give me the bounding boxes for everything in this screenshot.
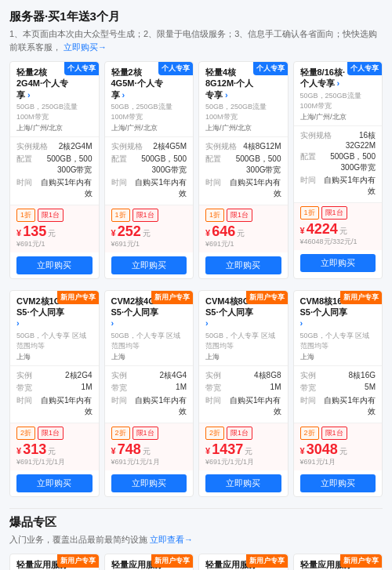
- card-region: 上海: [205, 352, 281, 362]
- price-section: 2折 限1台 ¥ 1437 元 ¥691元/1元/1月: [199, 423, 288, 470]
- section1-desc: 1、本页面由本次由大众型号生成；2、限量于电信级服务；3、信息手工确认各省面向；…: [9, 27, 383, 53]
- card-subtitle: 50GB，个人专享 区域范围均等: [16, 331, 93, 351]
- tag1: 2折: [300, 427, 319, 440]
- product-card: 新用户专享 CVM4核8G S5·个人同享 › 50GB，个人专享 区域范围均等…: [198, 290, 289, 497]
- tag1: 2折: [16, 427, 35, 440]
- price-unit: 元: [237, 228, 245, 239]
- spec-label: 实例: [16, 370, 38, 381]
- price-currency: ¥: [205, 228, 210, 238]
- tag1: 1折: [205, 209, 224, 222]
- buy-button[interactable]: 立即购买: [300, 254, 376, 272]
- card-region: 上海: [16, 352, 93, 362]
- card-badge: 个人专享: [347, 62, 382, 75]
- card-badge: 个人专享: [64, 62, 99, 75]
- card-badge: 新用户专享: [340, 291, 382, 304]
- bandwidth-value: 500GB，500 300G带宽: [38, 154, 93, 176]
- bandwidth-label: 配置: [205, 154, 227, 176]
- buy-button[interactable]: 立即购买: [16, 474, 93, 492]
- card-body: 实例规格 2核2G4M 配置 500GB，500 300G带宽 时间 自购买1年…: [10, 137, 99, 205]
- price-unit: 元: [339, 446, 347, 457]
- price-number: 1437: [212, 442, 243, 456]
- tag1: 1折: [16, 209, 35, 222]
- section1-link[interactable]: 立即购买→: [64, 42, 107, 52]
- product-card: 新用户专享 轻量应用服务器 2核2G › 适合中小企业 全国600Mbps加速5…: [9, 554, 100, 570]
- card-header: 新用户专享 轻量应用服务器 4核8G › 中小企业之选 全国600Mbps加速3…: [199, 554, 288, 570]
- price-original: ¥691元/1: [205, 239, 281, 249]
- explosion-desc: 入门业务，覆盖出品最前最简约设施 立即查看→: [9, 533, 383, 546]
- card-badge: 新用户专享: [151, 554, 193, 568]
- price-number: 748: [118, 442, 141, 456]
- product-card: 新用户专享 轻量应用服务器 2核4G › 适合中小企业 全国600Mbps加速5…: [104, 554, 194, 570]
- card-subtitle: 50GB，个人专享 区域范围均等: [205, 331, 281, 351]
- price-original: ¥691元/1: [111, 239, 187, 249]
- card-region: 上海: [111, 352, 187, 362]
- card-region: 上海: [300, 352, 376, 362]
- price-section: 2折 限1台 ¥ 313 元 ¥691元/1元/1月: [10, 423, 99, 470]
- card-header: 新用户专享 CVM4核8G S5·个人同享 › 50GB，个人专享 区域范围均等…: [199, 291, 288, 366]
- tag2: 限1台: [132, 209, 158, 222]
- price-number: 313: [23, 442, 46, 456]
- price-original: ¥691元/1: [16, 239, 93, 249]
- explosion-link[interactable]: 立即查看→: [150, 535, 193, 544]
- price-section: 1折 限1台 ¥ 252 元 ¥691元/1: [105, 205, 194, 252]
- spec-label: 实例规格: [111, 141, 143, 152]
- bandwidth-label: 配置: [300, 151, 322, 173]
- bandwidth-label: 带宽: [16, 383, 38, 394]
- buy-button[interactable]: 立即购买: [111, 256, 187, 274]
- tag2: 限1台: [321, 427, 347, 440]
- bandwidth-value: 1M: [227, 383, 281, 394]
- card-header: 个人专享 轻量2核2G4M·个人专享 › 50GB，250GB流量100M带宽 …: [10, 62, 99, 137]
- price-main: ¥ 646 元: [205, 224, 281, 239]
- bandwidth-value: 500GB，500 300G带宽: [133, 154, 187, 176]
- section1-title: 服务器·买1年送3个月: [9, 9, 383, 24]
- price-number: 135: [23, 224, 46, 238]
- bandwidth-value: 500GB，500 300G带宽: [227, 154, 281, 176]
- card-region: 上海/广州/北京: [111, 123, 187, 133]
- spec-label: 实例规格: [300, 130, 332, 150]
- price-tags: 2折 限1台: [205, 427, 281, 440]
- card-body: 实例规格 2核4G5M 配置 500GB，500 300G带宽 时间 自购买1年…: [105, 137, 194, 205]
- price-tags: 1折 限1台: [300, 206, 376, 220]
- card-badge: 新用户专享: [57, 291, 99, 304]
- bandwidth-value: 5M: [322, 383, 376, 394]
- time-label: 时间: [205, 177, 227, 199]
- price-unit: 元: [48, 228, 56, 239]
- price-section: 2折 限1台 ¥ 748 元 ¥691元/1元/1月: [105, 423, 194, 470]
- time-value: 自购买1年内有效: [322, 175, 376, 197]
- price-tags: 2折 限1台: [16, 427, 93, 440]
- spec-value: 16核32G22M: [332, 130, 376, 150]
- price-currency: ¥: [300, 226, 305, 235]
- price-number: 646: [212, 224, 235, 238]
- buy-button[interactable]: 立即购买: [205, 256, 281, 274]
- buy-button[interactable]: 立即购买: [16, 256, 93, 274]
- price-original: ¥691元/1元/1月: [16, 457, 93, 467]
- card-header: 新用户专享 CVM2核1G S5·个人同享 › 50GB，个人专享 区域范围均等…: [10, 291, 99, 366]
- bandwidth-label: 配置: [16, 154, 38, 176]
- time-value: 自购买1年内有效: [38, 177, 93, 199]
- time-label: 时间: [300, 175, 322, 197]
- card-header: 新用户专享 CVM8核16G S5·个人同享 › 50GB，个人专享 区域范围均…: [294, 291, 383, 366]
- price-number: 3048: [307, 442, 338, 456]
- bandwidth-value: 500GB，500 300G带宽: [322, 151, 376, 173]
- time-label: 时间: [111, 177, 133, 199]
- card-badge: 新用户专享: [246, 291, 288, 304]
- card-region: 上海/广州/北京: [300, 112, 376, 122]
- divider: [9, 508, 383, 509]
- card-subtitle: 50GB，250GB流量100M带宽: [16, 102, 93, 122]
- page-wrapper: 服务器·买1年送3个月 1、本页面由本次由大众型号生成；2、限量于电信级服务；3…: [0, 0, 392, 570]
- product-card: 个人专享 轻量2核4G5M·个人专享 › 50GB，250GB流量100M带宽 …: [104, 61, 194, 279]
- price-unit: 元: [339, 226, 347, 237]
- card-subtitle: 50GB，250GB流量100M带宽: [111, 102, 187, 122]
- buy-button[interactable]: 立即购买: [300, 474, 376, 492]
- price-currency: ¥: [16, 446, 21, 456]
- card-header: 新用户专享 轻量应用服务器 8/16核 › 中大企业之选 全国600Mbps加速…: [294, 554, 383, 570]
- card-badge: 新用户专享: [151, 291, 193, 304]
- time-value: 自购买1年内有效: [227, 395, 281, 417]
- card-header: 个人专享 轻量4核8G12M·个人专享 › 50GB，250GB流量100M带宽…: [199, 62, 288, 137]
- price-original: ¥691元/1元/1月: [111, 457, 187, 467]
- product-card: 个人专享 轻量4核8G12M·个人专享 › 50GB，250GB流量100M带宽…: [198, 61, 289, 279]
- buy-button[interactable]: 立即购买: [205, 474, 281, 492]
- buy-button[interactable]: 立即购买: [111, 474, 187, 492]
- card-badge: 新用户专享: [340, 554, 382, 568]
- product-card: 个人专享 轻量8/16核·个人专享 › 50GB，250GB流量100M带宽 上…: [293, 61, 383, 279]
